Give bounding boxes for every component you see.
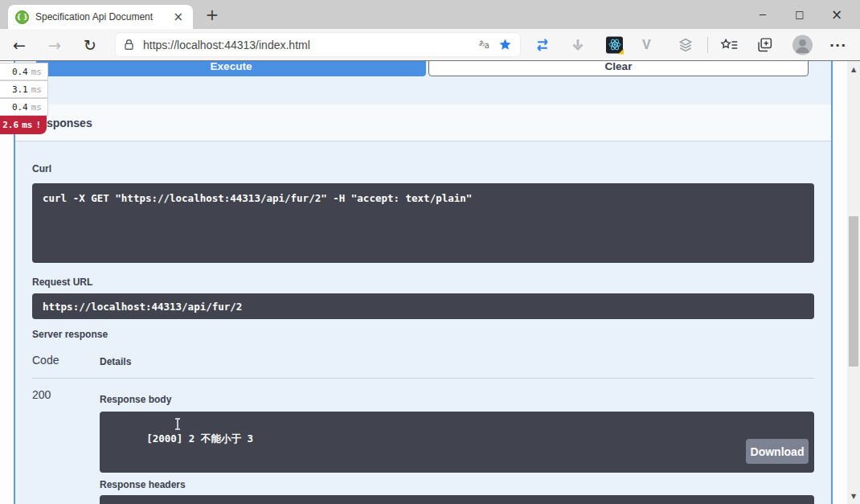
request-url-block: https://localhost:44313/api/fur/2 (32, 293, 814, 319)
swap-arrows-extension-icon[interactable] (534, 38, 551, 52)
tab-title: Specification Api Document (35, 11, 170, 23)
timing-unit: ms (22, 120, 32, 130)
timing-alert: ! (35, 120, 41, 130)
timing-chip: 3.1 ms (0, 80, 48, 98)
react-devtools-extension-icon[interactable] (606, 36, 623, 53)
favorite-star-icon[interactable] (498, 38, 512, 51)
translate-a-glyph: a (485, 41, 489, 50)
details-column-header: Details (100, 356, 131, 367)
vertical-scrollbar[interactable]: ▲ ▼ (847, 61, 860, 504)
profile-avatar[interactable] (792, 35, 813, 55)
swagger-get-opblock: Execute Clear Responses Curl curl -X GET… (14, 61, 833, 504)
favorites-bar-icon[interactable] (720, 37, 739, 52)
atom-icon (606, 36, 623, 53)
scrollbar-thumb[interactable] (849, 216, 858, 367)
warning-triangle-icon (618, 48, 624, 54)
curl-label: Curl (32, 163, 51, 174)
timing-value: 0.4 (12, 67, 28, 77)
text-cursor (177, 419, 178, 429)
scroll-down-icon[interactable]: ▼ (847, 490, 860, 502)
new-tab-button[interactable]: + (203, 4, 222, 25)
download-arrow-extension-icon[interactable] (571, 38, 584, 52)
browser-toolbar: ← → ↻ https://localhost:44313/index.html… (0, 29, 860, 61)
layers-extension-icon[interactable] (678, 37, 694, 53)
timing-unit: ms (31, 84, 42, 95)
scroll-up-icon[interactable]: ▲ (847, 63, 860, 76)
url-text: https://localhost:44313/index.html (143, 39, 479, 51)
address-bar[interactable]: https://localhost:44313/index.html あa (115, 32, 521, 57)
response-headers-block (100, 495, 814, 504)
window-controls: ─ □ × (744, 0, 855, 29)
timing-chip-error: 2.6 ms ! (0, 116, 47, 134)
avatar-icon (792, 35, 813, 55)
timing-chip: 0.4 ms (0, 63, 48, 80)
vue-devtools-extension-icon[interactable]: V (642, 38, 651, 52)
timing-chip: 0.4 ms (0, 98, 48, 116)
server-response-label: Server response (32, 329, 108, 340)
minimize-button[interactable]: ─ (744, 0, 781, 29)
clear-button[interactable]: Clear (428, 61, 809, 76)
response-body-label: Response body (100, 394, 171, 405)
translate-kana-glyph: あ (479, 39, 485, 47)
response-headers-label: Response headers (100, 479, 186, 490)
browser-tab[interactable]: { } Specification Api Document × (8, 5, 193, 29)
browser-titlebar: { } Specification Api Document × + ─ □ × (0, 0, 860, 29)
refresh-icon[interactable]: ↻ (84, 36, 96, 54)
tab-close-icon[interactable]: × (170, 10, 186, 24)
lock-icon (124, 39, 134, 51)
response-body-text: [2000] 2 不能小于 3 (146, 432, 253, 445)
response-body-block: [2000] 2 不能小于 3 Download (100, 412, 814, 473)
timing-unit: ms (31, 67, 42, 77)
execute-button[interactable]: Execute (36, 61, 426, 76)
timing-overlay: 0.4 ms 3.1 ms 0.4 ms 2.6 ms ! (0, 63, 48, 134)
responses-section-header: Responses (15, 104, 831, 141)
back-icon[interactable]: ← (13, 36, 26, 54)
timing-value: 2.6 (2, 120, 18, 130)
settings-menu-icon[interactable]: ··· (829, 37, 846, 52)
swagger-favicon-icon: { } (15, 10, 29, 24)
curl-command-block[interactable]: curl -X GET "https://localhost:44313/api… (32, 183, 814, 263)
translate-icon[interactable]: あa (479, 40, 489, 50)
maximize-button[interactable]: □ (781, 0, 818, 29)
page-content: Execute Clear Responses Curl curl -X GET… (0, 61, 847, 504)
forward-icon[interactable]: → (48, 36, 61, 54)
timing-unit: ms (31, 102, 42, 113)
timing-value: 3.1 (12, 84, 28, 95)
toolbar-separator (707, 37, 708, 53)
response-status-code: 200 (32, 388, 51, 401)
close-button[interactable]: × (818, 0, 855, 29)
table-header-divider (32, 378, 814, 379)
collections-icon[interactable] (756, 36, 773, 53)
code-column-header: Code (32, 354, 59, 367)
request-url-label: Request URL (32, 277, 92, 288)
execute-button-row: Execute Clear (15, 61, 831, 76)
download-button[interactable]: Download (746, 439, 809, 464)
timing-value: 0.4 (12, 102, 28, 113)
